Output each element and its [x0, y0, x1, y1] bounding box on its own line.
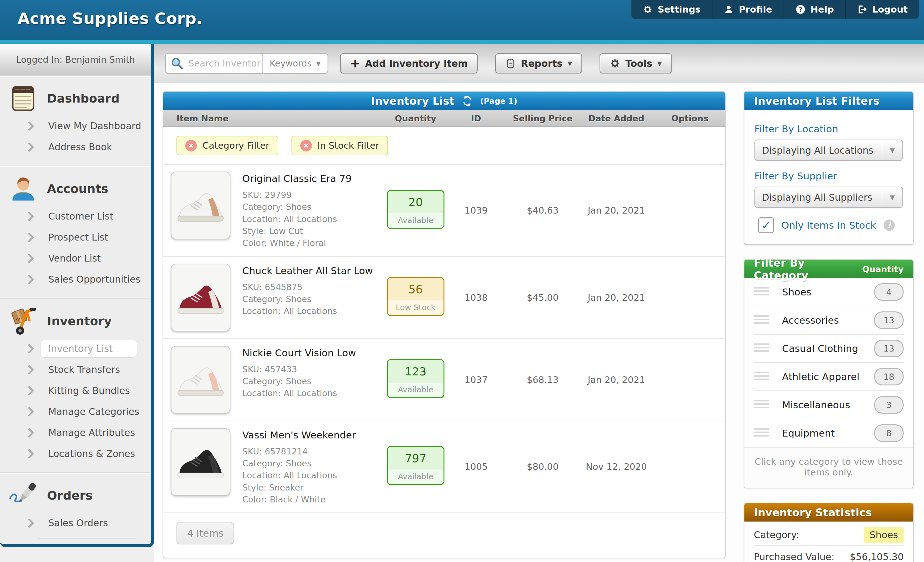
sidebar-section-accounts: AccountsCustomer ListProspect ListVendor…: [0, 166, 151, 299]
chevron-right-icon: [28, 428, 34, 437]
item-detail: SKU: 29799: [242, 189, 352, 201]
item-id: 1039: [445, 205, 507, 216]
category-row-miscellaneous[interactable]: Miscellaneous3: [754, 391, 904, 419]
stat-value: $56,105.30: [850, 551, 904, 562]
category-count: 18: [874, 368, 904, 385]
item-name: Nickie Court Vision Low: [242, 347, 356, 358]
add-inventory-item-button[interactable]: + Add Inventory Item: [340, 53, 478, 74]
chevron-right-icon: [28, 212, 34, 221]
quantity-value: 797: [388, 447, 444, 469]
sidebar-section-header-accounts: Accounts: [0, 174, 151, 203]
drag-handle-icon[interactable]: [754, 287, 769, 297]
item-id: 1005: [445, 461, 507, 472]
sidebar-item-sales-orders[interactable]: Sales Orders: [0, 512, 151, 533]
filter-chip-category-filter[interactable]: Category Filter: [177, 136, 278, 155]
stat-row-category: Category:Shoes: [754, 524, 904, 546]
tools-button[interactable]: Tools ▼: [600, 53, 672, 74]
category-count: 4: [874, 283, 904, 301]
item-image: [171, 264, 230, 332]
category-row-shoes[interactable]: Shoes4: [754, 278, 904, 307]
drag-handle-icon[interactable]: [754, 315, 769, 326]
quantity-status: Available: [388, 469, 444, 484]
accent-strip: [0, 40, 924, 44]
chevron-right-icon: [28, 365, 34, 374]
drag-handle-icon[interactable]: [754, 343, 769, 354]
app-logo: Acme Supplies Corp.: [18, 9, 202, 28]
reports-button[interactable]: Reports ▼: [495, 53, 582, 74]
item-image: [171, 346, 230, 414]
drag-handle-icon[interactable]: [754, 428, 769, 439]
stat-row-purchased-value: Purchased Value:$56,105.30: [754, 546, 904, 562]
location-select[interactable]: Displaying All Locations ▼: [754, 140, 903, 161]
sidebar-item-kitting-bundles[interactable]: Kitting & Bundles: [0, 380, 151, 401]
category-row-casual-clothing[interactable]: Casual Clothing13: [754, 335, 904, 363]
search-input[interactable]: [188, 58, 262, 69]
menu-item-logout[interactable]: Logout: [845, 0, 919, 19]
sidebar-item-locations-zones[interactable]: Locations & Zones: [0, 443, 151, 464]
item-name: Original Classic Era 79: [242, 173, 352, 184]
only-in-stock-checkbox[interactable]: ✓: [758, 217, 774, 233]
menu-item-help[interactable]: ?Help: [784, 0, 845, 19]
inventory-row-vassi-men-s-weekender[interactable]: Vassi Men's WeekenderSKU: 65781214Catego…: [163, 421, 725, 513]
notepad-icon: [9, 84, 38, 113]
sidebar-item-view-my-dashboard[interactable]: View My Dashboard: [0, 116, 151, 137]
item-detail: Location: All Locations: [242, 469, 356, 481]
inventory-filters-panel: Inventory List Filters Filter By Locatio…: [744, 91, 914, 245]
quantity-value: 56: [388, 278, 444, 300]
sidebar-section-header-dashboard: Dashboard: [0, 84, 151, 113]
sidebar-item-manage-categories[interactable]: Manage Categories: [0, 401, 151, 422]
remove-filter-icon[interactable]: [185, 140, 197, 152]
menu-item-settings[interactable]: Settings: [631, 0, 712, 19]
sidebar-item-customer-list[interactable]: Customer List: [0, 206, 151, 227]
filter-by-supplier-label: Filter By Supplier: [754, 170, 903, 182]
item-detail: SKU: 65781214: [242, 446, 356, 458]
table-footer: 4 Items: [163, 513, 725, 557]
stat-value: Shoes: [864, 527, 904, 543]
notebook-icon: [505, 58, 516, 69]
sidebar-item-vendor-list[interactable]: Vendor List: [0, 248, 151, 269]
item-detail: Location: All Locations: [242, 213, 352, 225]
chevron-right-icon: [28, 143, 34, 152]
sidebar-item-stock-transfers[interactable]: Stock Transfers: [0, 359, 151, 380]
quantity-status: Low Stock: [388, 300, 444, 315]
keywords-label: Keywords: [270, 58, 312, 69]
keywords-dropdown[interactable]: Keywords ▼: [262, 54, 327, 73]
item-detail: Location: All Locations: [242, 387, 356, 399]
item-detail: Style: Low Cut: [242, 225, 352, 237]
panel-title: Inventory List: [371, 95, 454, 107]
category-row-athletic-apparel[interactable]: Athletic Apparel18: [754, 363, 904, 391]
quantity-badge: 123Available: [387, 359, 444, 398]
page-indicator: (Page 1): [480, 96, 517, 106]
sidebar-item-inventory-list[interactable]: Inventory List: [0, 338, 151, 359]
item-name: Chuck Leather All Star Low: [242, 265, 373, 276]
sidebar-item-prospect-list[interactable]: Prospect List: [0, 227, 151, 248]
column-header-date-added: Date Added: [578, 114, 655, 123]
inventory-list-header: Inventory List (Page 1): [163, 92, 725, 110]
filter-chip-in-stock-filter[interactable]: In Stock Filter: [291, 136, 388, 155]
inventory-row-nickie-court-vision-low[interactable]: Nickie Court Vision LowSKU: 457433Catego…: [163, 339, 725, 421]
toolbar: Keywords ▼ + Add Inventory Item Reports …: [154, 44, 924, 83]
sidebar-item-purchase-orders[interactable]: Purchase Orders: [0, 543, 151, 547]
refresh-icon[interactable]: [461, 95, 473, 107]
item-id: 1038: [445, 292, 507, 303]
sidebar-item-sales-opportunities[interactable]: Sales Opportunities: [0, 269, 151, 290]
chevron-down-icon: ▼: [316, 60, 321, 67]
drag-handle-icon[interactable]: [754, 372, 769, 382]
inventory-row-original-classic-era-79[interactable]: Original Classic Era 79SKU: 29799Categor…: [163, 165, 725, 257]
sidebar-item-address-book[interactable]: Address Book: [0, 137, 151, 158]
sidebar-item-manage-attributes[interactable]: Manage Attributes: [0, 422, 151, 443]
remove-filter-icon[interactable]: [300, 140, 312, 152]
inventory-row-chuck-leather-all-star-low[interactable]: Chuck Leather All Star LowSKU: 6545875Ca…: [163, 257, 725, 339]
item-price: $45.00: [507, 292, 578, 303]
item-id: 1037: [445, 374, 507, 385]
item-date: Jan 20, 2021: [578, 205, 655, 216]
item-name: Vassi Men's Weekender: [242, 429, 356, 440]
menu-item-profile[interactable]: Profile: [712, 0, 784, 19]
quantity-badge: 797Available: [387, 446, 444, 485]
plus-icon: +: [350, 57, 360, 69]
category-row-accessories[interactable]: Accessories13: [754, 307, 904, 335]
quantity-status: Available: [388, 382, 444, 397]
supplier-select[interactable]: Displaying All Suppliers ▼: [754, 186, 903, 208]
category-row-equipment[interactable]: Equipment8: [754, 419, 904, 447]
drag-handle-icon[interactable]: [754, 400, 769, 410]
